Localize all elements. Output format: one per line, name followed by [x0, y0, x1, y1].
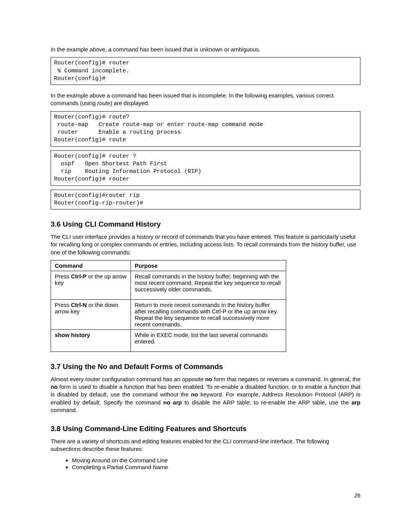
cell-purpose: Return to more recent commands in the hi…: [131, 299, 286, 329]
route-italic: route: [97, 100, 110, 106]
cell-purpose: While in EXEC mode, list the last severa…: [131, 329, 286, 351]
no-bold: no: [205, 376, 212, 382]
code-example-1: Router(config)# router % Command incompl…: [51, 57, 360, 85]
paragraph-3-8: There are a variety of shortcuts and edi…: [51, 438, 360, 453]
cell-command: Press Ctrl-N or the down arrow key: [51, 299, 131, 329]
list-item: Completing a Partial Command Name: [72, 464, 360, 470]
intro-paragraph-2: In the example above a command has been …: [51, 92, 360, 107]
text-fragment: to disable the ARP table; to re-enable t…: [182, 399, 352, 406]
table-row: show history While in EXEC mode, list th…: [51, 329, 286, 351]
heading-3-6: 3.6 Using CLI Command History: [51, 220, 360, 228]
paragraph-3-6: The CLI user interface provides a histor…: [51, 233, 360, 256]
code-example-4: Router(config)#router rip Router(config-…: [51, 190, 360, 210]
intro-paragraph-1: In the example above, a command has been…: [51, 46, 360, 53]
table-header-purpose: Purpose: [131, 260, 286, 271]
history-commands-table: Command Purpose Press Ctrl-P or the up a…: [51, 260, 286, 352]
no-bold: no: [51, 383, 57, 390]
text-fragment: Almost every router configuration comman…: [51, 376, 205, 382]
text-fragment: Press: [55, 273, 71, 280]
cell-command: Press Ctrl-P or the up arrow key: [51, 271, 131, 299]
page-number: 26: [51, 492, 360, 498]
list-item: Moving Around on the Command Line: [72, 457, 360, 463]
text-fragment: command.: [51, 407, 77, 413]
text-fragment: In the example above a command has been …: [51, 92, 334, 106]
code-example-2: Router(config)# route? route-map Create …: [51, 111, 360, 147]
arp-bold: arp: [352, 399, 360, 406]
table-row: Press Ctrl-P or the up arrow key Recall …: [51, 271, 286, 299]
paragraph-3-7: Almost every router configuration comman…: [51, 375, 360, 414]
page-content: In the example above, a command has been…: [51, 46, 360, 498]
ctrl-p-bold: Ctrl-P: [71, 273, 87, 280]
table-header-command: Command: [51, 260, 131, 271]
heading-3-8: 3.8 Using Command-Line Editing Features …: [51, 425, 360, 433]
table-row: Press Ctrl-N or the down arrow key Retur…: [51, 299, 286, 329]
code-example-3: Router(config)# router ? ospf Open Short…: [51, 150, 360, 186]
heading-3-7: 3.7 Using the No and Default Forms of Co…: [51, 363, 360, 371]
no-arp-bold: no arp: [163, 399, 182, 406]
ctrl-n-bold: Ctrl-N: [71, 302, 87, 308]
cell-command: show history: [51, 329, 131, 351]
text-fragment: form that negates or reverses a command.…: [212, 376, 360, 382]
show-history-bold: show history: [55, 332, 90, 338]
no-bold: no: [191, 391, 198, 398]
cell-purpose: Recall commands in the history buffer, b…: [131, 271, 286, 299]
features-list: Moving Around on the Command Line Comple…: [72, 457, 360, 470]
text-fragment: ) are displayed.: [110, 100, 150, 106]
text-fragment: Press: [55, 302, 71, 308]
